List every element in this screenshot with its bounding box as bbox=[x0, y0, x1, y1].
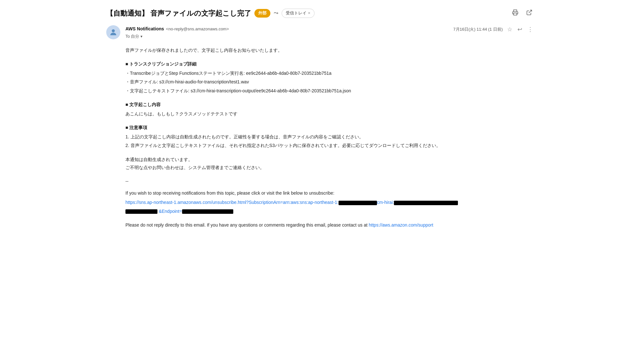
header-icons bbox=[511, 8, 534, 19]
text-file: ・文字起こしテキストファイル: s3://cm-hirai-transcript… bbox=[125, 87, 534, 95]
redacted-line2-left bbox=[125, 209, 157, 214]
open-external-button[interactable] bbox=[525, 8, 534, 19]
to-label: To 自分 bbox=[125, 33, 139, 40]
section2-header: ■ 文字起こし内容 bbox=[125, 101, 534, 109]
endpoint-label: &Endpoint= bbox=[159, 209, 182, 214]
footer-text1: Please do not reply directly to this ema… bbox=[125, 222, 369, 228]
auto-notice2: ご不明な点やお問い合わせは、システム管理者までご連絡ください。 bbox=[125, 164, 534, 172]
sender-meta: 7月16日(火) 11:44 (1 日前) ☆ ↩ ⋮ bbox=[453, 25, 534, 34]
section1-header: ■ トランスクリプションジョブ詳細 bbox=[125, 60, 534, 68]
endpoint-url[interactable]: &Endpoint= bbox=[159, 209, 233, 214]
divider-section: -- If you wish to stop receiving notific… bbox=[125, 177, 534, 215]
sender-info: AWS Notifications <no-reply@sns.amazonaw… bbox=[125, 25, 448, 40]
note2: 2. 音声ファイルと文字起こしテキストファイルは、それぞれ指定されたS3バケット… bbox=[125, 142, 534, 150]
svg-rect-0 bbox=[514, 13, 517, 15]
section3-header: ■ 注意事項 bbox=[125, 124, 534, 132]
to-line: To 自分 ▾ bbox=[125, 33, 448, 40]
sender-row: AWS Notifications <no-reply@sns.amazonaw… bbox=[106, 25, 534, 40]
forward-arrow-icon: ⤳ bbox=[274, 9, 278, 18]
sender-email: <no-reply@sns.amazonaws.com> bbox=[166, 26, 229, 33]
badge-inbox-close[interactable]: × bbox=[308, 10, 310, 17]
intro-paragraph: 音声ファイルが保存されましたので、文字起こし内容をお知らせいたします。 bbox=[125, 46, 534, 54]
subject-title: 【自動通知】 音声ファイルの文字起こし完了 bbox=[106, 8, 251, 19]
section1: ■ トランスクリプションジョブ詳細 ・TranscribeジョブとStep Fu… bbox=[125, 60, 534, 95]
transcription-content: あこんにちは。もしもし？クラスメソッドテテストです bbox=[125, 110, 534, 118]
intro-text: 音声ファイルが保存されましたので、文字起こし内容をお知らせいたします。 bbox=[125, 48, 282, 53]
badge-inbox[interactable]: 受信トレイ × bbox=[282, 9, 315, 18]
redacted-account-id bbox=[339, 201, 377, 205]
sender-name-line: AWS Notifications <no-reply@sns.amazonaw… bbox=[125, 25, 448, 33]
email-container: 【自動通知】 音声ファイルの文字起こし完了 外部 ⤳ 受信トレイ × bbox=[96, 0, 544, 243]
sender-name: AWS Notifications bbox=[125, 25, 164, 32]
support-link[interactable]: https://aws.amazon.com/support bbox=[369, 222, 433, 228]
unsubscribe-url[interactable]: https://sns.ap-northeast-1.amazonaws.com… bbox=[125, 200, 458, 205]
auto-notice: 本通知は自動生成されています。 ご不明な点やお問い合わせは、システム管理者までご… bbox=[125, 156, 534, 172]
to-dropdown-icon[interactable]: ▾ bbox=[140, 34, 142, 40]
badge-inbox-label: 受信トレイ bbox=[286, 10, 307, 17]
auto-notice1: 本通知は自動生成されています。 bbox=[125, 156, 534, 164]
svg-point-2 bbox=[112, 29, 115, 32]
unsubscribe-url-part2: cm-hirai: bbox=[377, 200, 394, 205]
audio-file: ・音声ファイル: s3://cm-hirai-audio-for-transcr… bbox=[125, 78, 534, 86]
unsubscribe-text: If you wish to stop receiving notificati… bbox=[125, 189, 534, 197]
print-button[interactable] bbox=[511, 8, 520, 19]
transcribe-job-name: ・TranscribeジョブとStep Functionsステートマシン実行名:… bbox=[125, 69, 534, 77]
subject-row: 【自動通知】 音声ファイルの文字起こし完了 外部 ⤳ 受信トレイ × bbox=[106, 8, 534, 19]
footer-paragraph: Please do not reply directly to this ema… bbox=[125, 221, 534, 229]
svg-line-1 bbox=[529, 10, 532, 13]
more-options-button[interactable]: ⋮ bbox=[527, 25, 534, 34]
badge-external: 外部 bbox=[254, 9, 270, 18]
unsubscribe-url-line: https://sns.ap-northeast-1.amazonaws.com… bbox=[125, 198, 534, 215]
unsubscribe-url-part1: https://sns.ap-northeast-1.amazonaws.com… bbox=[125, 200, 339, 205]
redacted-endpoint bbox=[182, 209, 233, 214]
avatar bbox=[106, 25, 120, 39]
section3: ■ 注意事項 1. 上記の文字起こし内容は自動生成されたものです。正確性を要する… bbox=[125, 124, 534, 150]
reply-button[interactable]: ↩ bbox=[517, 25, 523, 34]
email-body: 音声ファイルが保存されましたので、文字起こし内容をお知らせいたします。 ■ トラ… bbox=[106, 46, 534, 229]
divider: -- bbox=[125, 177, 534, 185]
subject-left: 【自動通知】 音声ファイルの文字起こし完了 外部 ⤳ 受信トレイ × bbox=[106, 8, 507, 19]
note1: 1. 上記の文字起こし内容は自動生成されたものです。正確性を要する場合は、音声フ… bbox=[125, 133, 534, 141]
section2: ■ 文字起こし内容 あこんにちは。もしもし？クラスメソッドテテストです bbox=[125, 101, 534, 118]
email-date: 7月16日(火) 11:44 (1 日前) bbox=[453, 26, 503, 33]
star-button[interactable]: ☆ bbox=[507, 25, 513, 34]
redacted-url-part2 bbox=[394, 201, 458, 205]
